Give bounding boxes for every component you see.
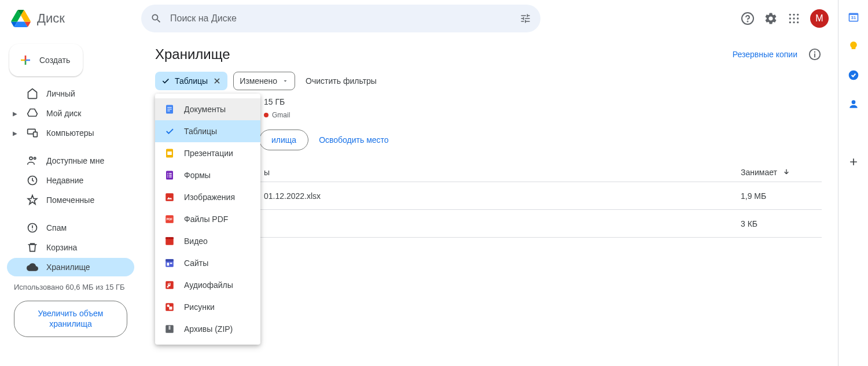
svg-rect-31 bbox=[165, 193, 174, 201]
svg-point-8 bbox=[789, 21, 791, 23]
menu-item-archives[interactable]: Архивы (ZIP) bbox=[155, 318, 260, 340]
svg-point-6 bbox=[793, 17, 795, 19]
svg-point-7 bbox=[797, 17, 799, 19]
search-input[interactable] bbox=[170, 13, 512, 24]
menu-item-pdf[interactable]: PDF Файлы PDF bbox=[155, 208, 260, 230]
archive-icon bbox=[164, 324, 175, 334]
svg-rect-41 bbox=[165, 259, 174, 261]
filter-chip-modified[interactable]: Изменено bbox=[233, 72, 295, 90]
svg-rect-37 bbox=[168, 238, 169, 239]
svg-point-14 bbox=[34, 157, 36, 159]
logo[interactable]: Диск bbox=[9, 7, 137, 30]
sidebar-item-trash[interactable]: Корзина bbox=[7, 238, 134, 257]
legend-dot-icon bbox=[264, 113, 269, 117]
menu-item-sites[interactable]: Сайты bbox=[155, 252, 260, 274]
sidebar-item-storage[interactable]: Хранилище bbox=[7, 258, 134, 276]
help-icon[interactable] bbox=[741, 12, 755, 25]
svg-rect-38 bbox=[170, 238, 171, 239]
menu-item-documents[interactable]: Документы bbox=[155, 98, 260, 120]
home-icon bbox=[27, 88, 38, 99]
filter-row: Таблицы Изменено Очистить фильтры Докуме… bbox=[155, 72, 822, 90]
free-space-link[interactable]: Освободить место bbox=[319, 135, 389, 145]
chevron-down-icon bbox=[282, 77, 289, 84]
svg-point-56 bbox=[851, 100, 855, 104]
search-icon[interactable] bbox=[149, 12, 163, 25]
sidebar-item-home[interactable]: Личный bbox=[7, 84, 134, 103]
svg-point-4 bbox=[797, 14, 799, 16]
svg-rect-19 bbox=[167, 107, 172, 108]
nav-label: Компьютеры bbox=[46, 128, 94, 138]
settings-icon[interactable] bbox=[764, 12, 778, 25]
sidebar-item-starred[interactable]: Помеченные bbox=[7, 191, 134, 209]
sidebar-item-spam[interactable]: Спам bbox=[7, 219, 134, 237]
trash-icon bbox=[27, 242, 38, 253]
svg-point-10 bbox=[797, 21, 799, 23]
filter-chip-type[interactable]: Таблицы bbox=[155, 72, 227, 90]
menu-label: Архивы (ZIP) bbox=[184, 324, 233, 334]
expand-storage-button[interactable]: илища bbox=[259, 130, 308, 150]
star-icon bbox=[27, 194, 38, 206]
svg-text:PDF: PDF bbox=[167, 217, 173, 221]
menu-label: Сайты bbox=[184, 258, 208, 268]
clock-icon bbox=[27, 175, 38, 186]
nav-label: Личный bbox=[46, 89, 75, 98]
apps-icon[interactable] bbox=[787, 12, 801, 25]
menu-item-images[interactable]: Изображения bbox=[155, 186, 260, 208]
clear-filters-button[interactable]: Очистить фильтры bbox=[301, 76, 381, 86]
menu-item-sheets[interactable]: Таблицы bbox=[155, 120, 260, 142]
nav-label: Хранилище bbox=[46, 263, 90, 272]
menu-item-audio[interactable]: Аудиофайлы bbox=[155, 274, 260, 296]
drawings-icon bbox=[164, 302, 175, 312]
create-button[interactable]: Создать bbox=[9, 44, 83, 76]
col-size-header[interactable]: Занимает bbox=[741, 168, 822, 177]
svg-rect-49 bbox=[169, 326, 171, 327]
avatar[interactable]: M bbox=[810, 9, 829, 28]
svg-rect-29 bbox=[167, 176, 168, 178]
sidebar-item-computers[interactable]: ▶ Компьютеры bbox=[7, 124, 134, 142]
svg-rect-20 bbox=[167, 109, 172, 109]
menu-label: Аудиофайлы bbox=[184, 280, 233, 290]
drive-logo-icon bbox=[9, 7, 32, 30]
sidebar-item-mydrive[interactable]: ▶ Мой диск bbox=[7, 104, 134, 123]
backups-link[interactable]: Резервные копии bbox=[733, 50, 797, 59]
chevron-right-icon[interactable]: ▶ bbox=[12, 110, 19, 117]
nav-label: Мой диск bbox=[46, 109, 81, 118]
keep-icon[interactable] bbox=[848, 40, 859, 52]
svg-rect-42 bbox=[167, 263, 170, 265]
svg-rect-43 bbox=[170, 263, 172, 264]
file-name: 01.12.2022.xlsx bbox=[264, 191, 741, 201]
menu-label: Формы bbox=[184, 171, 211, 180]
menu-item-slides[interactable]: Презентации bbox=[155, 142, 260, 164]
nav-label: Недавние bbox=[46, 176, 83, 185]
sidebar-item-recent[interactable]: Недавние bbox=[7, 171, 134, 190]
close-icon[interactable] bbox=[212, 76, 222, 86]
chip-label: Изменено bbox=[240, 76, 277, 86]
search-bar[interactable] bbox=[141, 5, 540, 32]
nav-label: Спам bbox=[46, 223, 67, 232]
svg-point-1 bbox=[748, 21, 748, 22]
col-name-header[interactable]: ы bbox=[264, 168, 741, 177]
menu-item-drawings[interactable]: Рисунки bbox=[155, 296, 260, 318]
tasks-icon[interactable] bbox=[848, 69, 859, 81]
sidebar-item-shared[interactable]: Доступные мне bbox=[7, 151, 134, 170]
contacts-icon[interactable] bbox=[848, 98, 859, 110]
docs-icon bbox=[164, 104, 175, 114]
product-name: Диск bbox=[37, 11, 65, 26]
nav-label: Доступные мне bbox=[46, 156, 104, 165]
menu-item-forms[interactable]: Формы bbox=[155, 164, 260, 186]
chevron-right-icon[interactable]: ▶ bbox=[12, 130, 19, 136]
svg-rect-30 bbox=[169, 176, 172, 178]
upgrade-storage-button[interactable]: Увеличить объем хранилища bbox=[14, 301, 127, 337]
devices-icon bbox=[27, 127, 38, 139]
check-icon bbox=[164, 126, 175, 136]
svg-rect-47 bbox=[169, 306, 172, 309]
add-panel-icon[interactable] bbox=[848, 156, 859, 168]
svg-rect-27 bbox=[167, 175, 168, 176]
menu-item-video[interactable]: Видео bbox=[155, 230, 260, 252]
calendar-icon[interactable]: 31 bbox=[848, 12, 859, 23]
info-icon[interactable] bbox=[808, 47, 822, 61]
tune-icon[interactable] bbox=[518, 12, 532, 25]
svg-text:31: 31 bbox=[851, 15, 855, 20]
svg-point-9 bbox=[793, 21, 795, 23]
create-label: Создать bbox=[39, 56, 70, 65]
